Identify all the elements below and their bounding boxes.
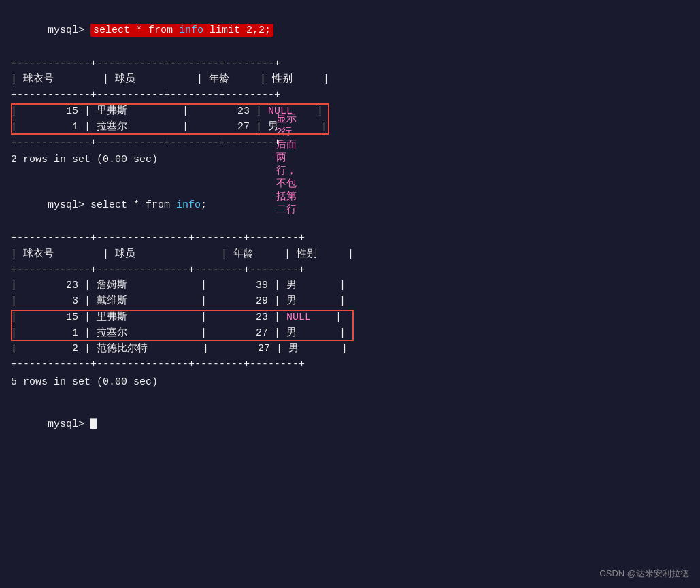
mysql-prompt-1: mysql> <box>48 24 90 36</box>
table2-row1: | 23 | 詹姆斯 | 39 | 男 | <box>11 278 354 293</box>
table2-header: | 球衣号 | 球员 | 年龄 | 性别 | <box>11 246 354 262</box>
table2-container: +------------+---------------+--------+-… <box>11 230 354 372</box>
mysql-prompt-3: mysql> <box>48 419 90 430</box>
mysql-prompt-2: mysql> <box>48 199 90 211</box>
watermark: CSDN @达米安利拉德 <box>599 568 689 580</box>
table1-header-border: +------------+-----------+--------+-----… <box>11 87 329 103</box>
table1-header: | 球衣号 | 球员 | 年龄 | 性别 | <box>11 71 329 87</box>
table2-row5: | 2 | 范德比尔特 | 27 | 男 | <box>11 341 354 357</box>
table2-header-border: +------------+---------------+--------+-… <box>11 262 354 278</box>
table2-row2: | 3 | 戴维斯 | 29 | 男 | <box>11 293 354 309</box>
table2-highlighted-rows: | 15 | 里弗斯 | 23 | NULL | | 1 | 拉塞尔 | 27 … <box>11 310 354 342</box>
table1-top-border: +------------+-----------+--------+-----… <box>11 56 329 71</box>
final-prompt: mysql> █ <box>11 401 689 448</box>
query2-command-line: mysql> select * from info; <box>11 182 689 229</box>
result1-text: 2 rows in set (0.00 sec) <box>11 152 689 167</box>
result2-text: 5 rows in set (0.00 sec) <box>11 374 689 390</box>
table2-top-border: +------------+---------------+--------+-… <box>11 230 354 246</box>
terminal-content: mysql> select * from info limit 2,2; +--… <box>11 7 689 448</box>
table2-row3: | 15 | 里弗斯 | 23 | NULL | <box>11 310 354 325</box>
terminal-window: mysql> select * from info limit 2,2; +--… <box>0 0 700 588</box>
query1-command-line: mysql> select * from info limit 2,2; <box>11 7 689 54</box>
table2-bottom-border: +------------+---------------+--------+-… <box>11 357 354 372</box>
table2-row4: | 1 | 拉塞尔 | 27 | 男 | <box>11 325 354 341</box>
